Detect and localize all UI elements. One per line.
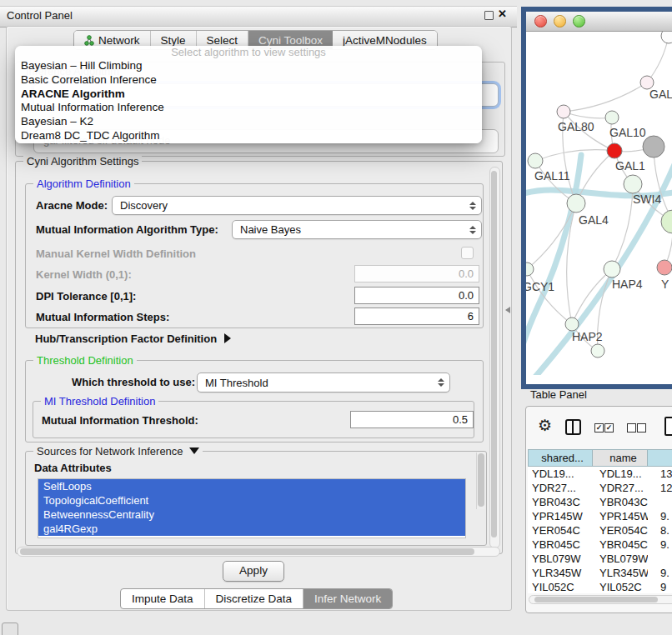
mi-threshold-field[interactable]: 0.5	[350, 411, 474, 428]
network-node-y[interactable]	[657, 260, 672, 275]
algorithm-dropdown-popup: Select algorithm to view settings Bayesi…	[15, 46, 482, 143]
network-canvas[interactable]: GALGAL80GAL10GAL1GAL11SWI4GAL4GCY1HAP4YH…	[526, 32, 672, 375]
network-node-gal10[interactable]	[605, 111, 619, 124]
algorithm-definition-title: Algorithm Definition	[33, 178, 134, 190]
attribute-item-betweennesscentrality[interactable]: BetweennessCentrality	[38, 508, 465, 522]
collapsed-panel-button[interactable]	[2, 622, 18, 635]
dpi-tolerance-field[interactable]: 0.0	[354, 287, 479, 304]
table-cell: YBR045C	[528, 538, 593, 552]
table-row[interactable]: YDR27...YDR27...12	[528, 481, 672, 495]
aracne-mode-combo[interactable]: Discovery	[112, 196, 482, 215]
settings-vscroll-thumb[interactable]	[491, 171, 497, 538]
table-cell: YDR27...	[528, 481, 593, 495]
table-icon[interactable]	[664, 417, 672, 436]
network-node[interactable]	[661, 210, 672, 233]
attribute-item-gal4rgexp[interactable]: gal4RGexp	[38, 522, 465, 536]
column-header-item[interactable]	[648, 449, 672, 467]
network-node[interactable]	[661, 32, 672, 43]
deselect-all-icon[interactable]	[627, 423, 636, 432]
network-edge[interactable]	[572, 269, 612, 324]
attributes-vscroll-thumb[interactable]	[478, 453, 484, 507]
tab-label: Style	[161, 34, 186, 47]
network-node-gal1[interactable]	[607, 143, 622, 158]
mi-type-combo[interactable]: Naive Bayes	[232, 220, 482, 239]
table-row[interactable]: YDL19...YDL19...13	[528, 467, 672, 481]
panel-splitter-handle[interactable]	[505, 307, 510, 313]
node-label-gal10: GAL10	[609, 126, 646, 139]
network-edge[interactable]	[564, 112, 612, 118]
algorithm-dropdown-list: Bayesian – Hill ClimbingBasic Correlatio…	[15, 59, 482, 143]
dpi-tolerance-label: DPI Tolerance [0,1]:	[36, 290, 136, 302]
network-view-window[interactable]: GALGAL80GAL10GAL1GAL11SWI4GAL4GCY1HAP4YH…	[521, 7, 672, 389]
node-label-gal4: GAL4	[579, 213, 609, 227]
minimize-window-icon[interactable]	[554, 15, 566, 28]
tab-discretize-data[interactable]: Discretize Data	[205, 589, 304, 608]
table-hscroll-thumb[interactable]	[534, 597, 658, 602]
algorithm-option-aracne-algorithm[interactable]: ARACNE Algorithm	[15, 88, 482, 102]
mi-steps-field[interactable]: 6	[354, 308, 479, 325]
network-node-gal11[interactable]	[528, 153, 543, 168]
manual-kernel-checkbox[interactable]	[461, 247, 474, 259]
select-all-icon[interactable]: ✓	[594, 423, 604, 432]
hub-section-toggle[interactable]: Hub/Transcription Factor Definition	[35, 332, 231, 345]
network-node-hap2[interactable]	[565, 318, 579, 331]
attribute-item-selfloops[interactable]: SelfLoops	[38, 479, 465, 493]
settings-horizontal-scrollbar[interactable]	[17, 547, 500, 557]
column-header-name[interactable]: name	[593, 449, 648, 467]
control-panel-title: Control Panel	[7, 9, 73, 22]
table-row[interactable]: YIL052CYIL052C9	[528, 580, 672, 593]
table-cell: YPR145W	[528, 509, 593, 523]
network-node[interactable]	[591, 344, 604, 358]
tab-infer-network[interactable]: Infer Network	[303, 589, 392, 608]
control-panel-titlebar	[0, 6, 517, 28]
network-node-gal80[interactable]	[557, 105, 570, 118]
zoom-window-icon[interactable]	[573, 15, 585, 28]
select-all-icon[interactable]: ✓	[604, 423, 614, 432]
node-label-hap4: HAP4	[612, 278, 643, 291]
attribute-item-topologicalcoefficient[interactable]: TopologicalCoefficient	[38, 493, 465, 508]
data-attributes-list[interactable]: SelfLoopsTopologicalCoefficientBetweenne…	[38, 478, 466, 538]
table-row[interactable]: YER054CYER054C8.	[528, 523, 672, 538]
network-node-swi4[interactable]	[624, 175, 642, 193]
algorithm-option-mutual-information-inference[interactable]: Mutual Information Inference	[15, 101, 482, 115]
network-node-hap4[interactable]	[604, 261, 620, 278]
attributes-vertical-scrollbar[interactable]	[476, 452, 485, 509]
column-header-shared[interactable]: shared...	[528, 449, 593, 467]
table-horizontal-scrollbar[interactable]	[529, 595, 672, 604]
table-row[interactable]: YBL079WYBL079W	[528, 552, 672, 566]
network-edge[interactable]	[564, 82, 647, 112]
deselect-all-icon[interactable]	[637, 423, 646, 432]
table-cell: YBR043C	[593, 495, 648, 509]
table-cell: YDR27...	[593, 481, 648, 495]
algorithm-option-basic-correlation-inference[interactable]: Basic Correlation Inference	[15, 73, 482, 88]
which-threshold-combo[interactable]: MI Threshold	[197, 372, 450, 392]
algorithm-option-dream8-dc-tdc-algorithm[interactable]: Dream8 DC_TDC Algorithm	[15, 129, 482, 143]
kernel-width-field[interactable]: 0.0	[354, 265, 479, 282]
table-row[interactable]: YLR345WYLR345W9.	[528, 566, 672, 580]
settings-vertical-scrollbar[interactable]	[489, 167, 500, 548]
tab-label: jActiveMNodules	[343, 34, 427, 47]
table-row[interactable]: YBR045CYBR045C9.	[528, 538, 672, 552]
algorithm-option-bayesian-k2[interactable]: Bayesian – K2	[15, 115, 482, 129]
table-row[interactable]: YPR145WYPR145W9.	[528, 509, 672, 523]
table-cell: 9.	[648, 509, 672, 523]
table-cell: 9.	[648, 566, 672, 580]
network-window-titlebar[interactable]	[526, 12, 672, 32]
which-threshold-value: MI Threshold	[205, 377, 268, 389]
cyni-settings-title: Cyni Algorithm Settings	[23, 155, 142, 168]
network-icon	[84, 35, 94, 46]
algorithm-option-bayesian-hill-climbing[interactable]: Bayesian – Hill Climbing	[15, 59, 482, 73]
float-window-icon[interactable]	[484, 11, 494, 20]
tab-impute-data[interactable]: Impute Data	[121, 589, 205, 608]
aracne-mode-label: Aracne Mode:	[36, 199, 108, 212]
settings-gear-icon[interactable]: ⚙	[538, 418, 552, 433]
network-node-gal4[interactable]	[567, 194, 585, 212]
settings-hscroll-thumb[interactable]	[20, 548, 474, 555]
network-node[interactable]	[643, 136, 664, 158]
split-view-icon[interactable]	[565, 419, 581, 435]
apply-button[interactable]: Apply	[223, 561, 284, 582]
close-window-icon[interactable]	[534, 15, 547, 28]
table-row[interactable]: YBR043CYBR043C	[528, 495, 672, 509]
network-edge[interactable]	[535, 150, 614, 161]
close-panel-icon[interactable]: ✕	[498, 8, 507, 20]
